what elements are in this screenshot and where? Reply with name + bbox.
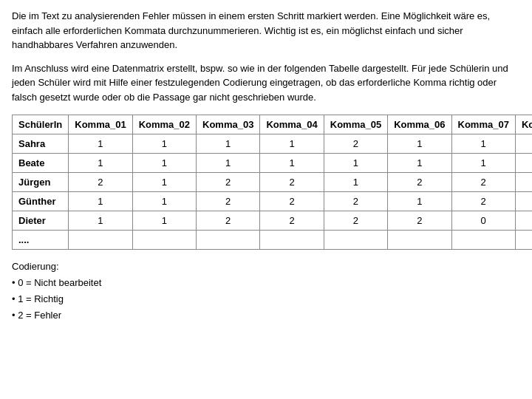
cell-value: 2 — [451, 192, 515, 211]
col-header-Komma_04: Komma_04 — [260, 115, 324, 134]
cell-value: 2 — [69, 173, 132, 192]
table-row: Beate11111111 — [13, 154, 533, 173]
cell-value — [451, 231, 515, 250]
cell-value: 2 — [260, 173, 324, 192]
cell-value: 1 — [69, 154, 132, 173]
cell-value: 2 — [324, 192, 387, 211]
student-name: Beate — [13, 154, 69, 173]
cell-value: 2 — [197, 192, 260, 211]
col-header-Komma_08: Komma_08 — [515, 115, 532, 134]
cell-value: 1 — [388, 192, 451, 211]
cell-value: 2 — [324, 211, 387, 231]
table-row: Günther11222122 — [13, 192, 533, 211]
cell-value: 2 — [324, 134, 387, 154]
cell-value: 1 — [324, 154, 387, 173]
col-header-Komma_06: Komma_06 — [388, 115, 451, 134]
cell-value — [515, 231, 532, 250]
cell-value: 2 — [260, 192, 324, 211]
codierung-item: • 2 = Fehler — [12, 307, 520, 324]
codierung-items: • 0 = Nicht bearbeitet• 1 = Richtig• 2 =… — [12, 275, 520, 324]
paragraph-2: Im Anschluss wird eine Datenmatrix erste… — [12, 61, 520, 105]
data-matrix-table: SchülerInKomma_01Komma_02Komma_03Komma_0… — [12, 115, 532, 250]
cell-value — [197, 231, 260, 250]
cell-value: 1 — [260, 154, 324, 173]
cell-value: 2 — [388, 173, 451, 192]
cell-value — [260, 231, 324, 250]
table-row: .... — [13, 231, 533, 250]
student-name: Sahra — [13, 134, 69, 154]
cell-value: 1 — [515, 154, 532, 173]
cell-value: 1 — [388, 134, 451, 154]
col-header-Komma_03: Komma_03 — [197, 115, 260, 134]
codierung-section: Codierung: • 0 = Nicht bearbeitet• 1 = R… — [12, 259, 520, 324]
cell-value: 1 — [515, 134, 532, 154]
cell-value: 1 — [197, 154, 260, 173]
cell-value: 1 — [69, 192, 132, 211]
cell-value: 2 — [515, 192, 532, 211]
cell-value: 2 — [515, 173, 532, 192]
codierung-title: Codierung: — [12, 261, 59, 272]
cell-value: 2 — [388, 211, 451, 231]
cell-value: 2 — [197, 211, 260, 231]
cell-value: 1 — [132, 154, 196, 173]
col-header-student: SchülerIn — [13, 115, 69, 134]
cell-value — [69, 231, 132, 250]
table-row: Sahra11112111 — [13, 134, 533, 154]
table-body: Sahra11112111Beate11111111Jürgen21221222… — [13, 134, 533, 250]
cell-value: 1 — [69, 211, 132, 231]
cell-value: 2 — [451, 173, 515, 192]
cell-value: 1 — [197, 134, 260, 154]
col-header-Komma_07: Komma_07 — [451, 115, 515, 134]
student-name: Günther — [13, 192, 69, 211]
codierung-item: • 1 = Richtig — [12, 291, 520, 307]
paragraph-1: Die im Text zu analysierenden Fehler müs… — [12, 9, 520, 52]
cell-value — [132, 231, 196, 250]
cell-value: 1 — [132, 134, 196, 154]
student-name: Jürgen — [13, 173, 69, 192]
cell-value: 1 — [515, 211, 532, 231]
cell-value — [388, 231, 451, 250]
cell-value: 1 — [69, 134, 132, 154]
cell-value: 0 — [451, 211, 515, 231]
student-name: Dieter — [13, 211, 69, 231]
col-header-Komma_01: Komma_01 — [69, 115, 132, 134]
cell-value: 1 — [132, 192, 196, 211]
cell-value: 1 — [260, 134, 324, 154]
cell-value: 1 — [388, 154, 451, 173]
cell-value: 1 — [451, 134, 515, 154]
table-header-row: SchülerInKomma_01Komma_02Komma_03Komma_0… — [13, 115, 533, 134]
col-header-Komma_02: Komma_02 — [132, 115, 196, 134]
cell-value: 1 — [324, 173, 387, 192]
cell-value — [324, 231, 387, 250]
cell-value: 1 — [451, 154, 515, 173]
student-name: .... — [13, 231, 69, 250]
cell-value: 1 — [132, 173, 196, 192]
cell-value: 2 — [197, 173, 260, 192]
table-row: Dieter11222201 — [13, 211, 533, 231]
codierung-item: • 0 = Nicht bearbeitet — [12, 275, 520, 291]
col-header-Komma_05: Komma_05 — [324, 115, 387, 134]
cell-value: 2 — [260, 211, 324, 231]
table-row: Jürgen21221222 — [13, 173, 533, 192]
cell-value: 1 — [132, 211, 196, 231]
